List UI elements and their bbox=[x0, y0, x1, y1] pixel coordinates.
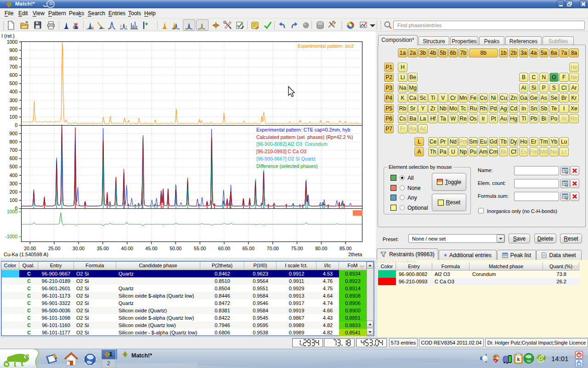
svg-text:900: 900 bbox=[9, 131, 17, 136]
svg-text:[96-210-0993] C Ca O3: [96-210-0993] C Ca O3 bbox=[256, 149, 306, 154]
svg-text:Difference (selected phases): Difference (selected phases) bbox=[256, 163, 317, 169]
svg-text:800: 800 bbox=[9, 56, 17, 61]
svg-text:200: 200 bbox=[9, 189, 17, 195]
svg-text:k: k bbox=[517, 356, 520, 362]
svg-text:Cu-Ka (1.540598 A): Cu-Ka (1.540598 A) bbox=[4, 252, 48, 257]
svg-text:I (rel.): I (rel.) bbox=[1, 33, 15, 39]
svg-text:Experimental pattern: sio2: Experimental pattern: sio2 bbox=[298, 43, 354, 49]
svg-text:30.00: 30.00 bbox=[73, 246, 85, 251]
svg-text:700: 700 bbox=[9, 147, 17, 153]
svg-text:800: 800 bbox=[9, 139, 17, 144]
svg-text:70.00: 70.00 bbox=[267, 246, 279, 251]
svg-text:500: 500 bbox=[9, 164, 17, 169]
svg-text:[96-900-9667] O2 Si Quartz: [96-900-9667] O2 Si Quartz bbox=[256, 156, 316, 161]
svg-text:600: 600 bbox=[9, 155, 17, 161]
svg-text:600: 600 bbox=[9, 72, 17, 78]
svg-text:50.00: 50.00 bbox=[170, 246, 181, 251]
svg-text:65.00: 65.00 bbox=[243, 246, 254, 251]
svg-text:0: 0 bbox=[15, 122, 17, 128]
svg-text:85.00: 85.00 bbox=[339, 246, 351, 251]
svg-text:55.00: 55.00 bbox=[194, 246, 206, 251]
svg-text:300: 300 bbox=[9, 98, 17, 103]
svg-text:400: 400 bbox=[9, 172, 17, 178]
svg-text:700: 700 bbox=[9, 64, 17, 69]
svg-text:200: 200 bbox=[9, 106, 17, 111]
svg-text:300: 300 bbox=[9, 181, 17, 186]
svg-text:2theta: 2theta bbox=[348, 252, 362, 257]
svg-text:80.00: 80.00 bbox=[315, 246, 327, 251]
svg-text:60.00: 60.00 bbox=[218, 246, 230, 251]
svg-text:-1000: -1000 bbox=[5, 234, 17, 239]
svg-text:35.00: 35.00 bbox=[97, 246, 109, 251]
svg-text:Calculated pattern (sel. phase: Calculated pattern (sel. phases) (Rp=42.… bbox=[256, 134, 353, 140]
svg-text:500: 500 bbox=[9, 80, 17, 86]
svg-text:Experimental pattern: CTE cap=: Experimental pattern: CTE cap=0.2mm, hyb bbox=[256, 127, 351, 132]
svg-text:1000: 1000 bbox=[7, 209, 18, 214]
svg-text:[96-900-8082] Al2 O3 Corundum: [96-900-8082] Al2 O3 Corundum bbox=[256, 141, 328, 147]
svg-text:400: 400 bbox=[9, 89, 17, 94]
svg-text:100: 100 bbox=[9, 114, 17, 120]
svg-text:100: 100 bbox=[9, 197, 17, 203]
svg-text:20.00: 20.00 bbox=[24, 246, 36, 251]
svg-text:40.00: 40.00 bbox=[121, 246, 133, 251]
svg-text:45.00: 45.00 bbox=[145, 246, 157, 251]
svg-text:1000: 1000 bbox=[7, 39, 18, 45]
svg-text:900: 900 bbox=[9, 47, 17, 53]
svg-text:25.00: 25.00 bbox=[48, 246, 60, 251]
svg-text:75.00: 75.00 bbox=[291, 246, 303, 251]
